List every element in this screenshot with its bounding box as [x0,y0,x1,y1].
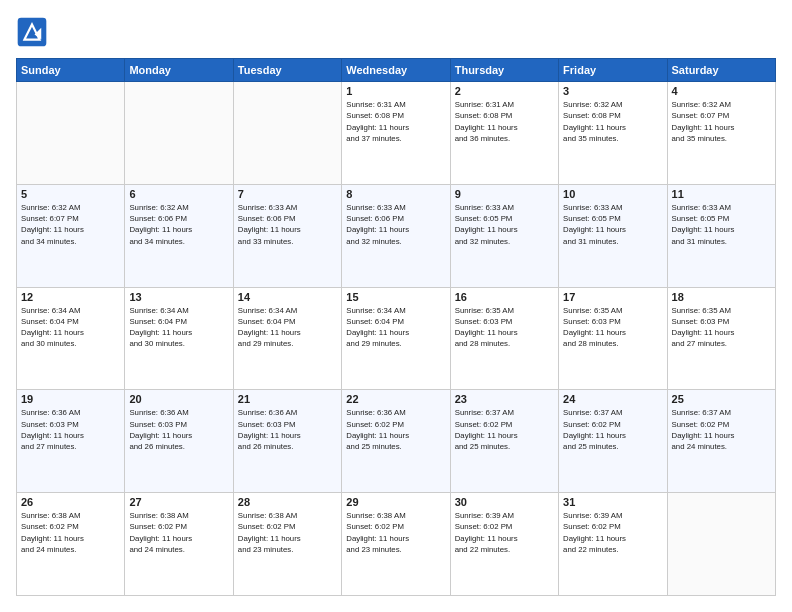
calendar-cell: 1Sunrise: 6:31 AMSunset: 6:08 PMDaylight… [342,82,450,185]
day-number: 23 [455,393,554,405]
calendar-cell: 15Sunrise: 6:34 AMSunset: 6:04 PMDayligh… [342,287,450,390]
day-number: 9 [455,188,554,200]
day-content: Sunrise: 6:32 AMSunset: 6:08 PMDaylight:… [563,99,662,144]
day-content: Sunrise: 6:32 AMSunset: 6:07 PMDaylight:… [21,202,120,247]
day-content: Sunrise: 6:38 AMSunset: 6:02 PMDaylight:… [238,510,337,555]
day-content: Sunrise: 6:37 AMSunset: 6:02 PMDaylight:… [563,407,662,452]
day-number: 16 [455,291,554,303]
day-content: Sunrise: 6:37 AMSunset: 6:02 PMDaylight:… [672,407,771,452]
day-content: Sunrise: 6:34 AMSunset: 6:04 PMDaylight:… [238,305,337,350]
day-number: 24 [563,393,662,405]
day-content: Sunrise: 6:38 AMSunset: 6:02 PMDaylight:… [21,510,120,555]
day-content: Sunrise: 6:36 AMSunset: 6:03 PMDaylight:… [129,407,228,452]
day-number: 31 [563,496,662,508]
calendar-cell: 9Sunrise: 6:33 AMSunset: 6:05 PMDaylight… [450,184,558,287]
day-content: Sunrise: 6:33 AMSunset: 6:05 PMDaylight:… [563,202,662,247]
calendar-cell: 18Sunrise: 6:35 AMSunset: 6:03 PMDayligh… [667,287,775,390]
header-cell-monday: Monday [125,59,233,82]
day-number: 13 [129,291,228,303]
day-content: Sunrise: 6:36 AMSunset: 6:02 PMDaylight:… [346,407,445,452]
calendar-cell: 21Sunrise: 6:36 AMSunset: 6:03 PMDayligh… [233,390,341,493]
calendar-header-row: SundayMondayTuesdayWednesdayThursdayFrid… [17,59,776,82]
header-cell-friday: Friday [559,59,667,82]
calendar-table: SundayMondayTuesdayWednesdayThursdayFrid… [16,58,776,596]
day-content: Sunrise: 6:34 AMSunset: 6:04 PMDaylight:… [21,305,120,350]
day-number: 21 [238,393,337,405]
day-number: 25 [672,393,771,405]
day-number: 22 [346,393,445,405]
day-number: 29 [346,496,445,508]
header-cell-saturday: Saturday [667,59,775,82]
calendar-cell: 28Sunrise: 6:38 AMSunset: 6:02 PMDayligh… [233,493,341,596]
calendar-cell [667,493,775,596]
calendar-cell: 23Sunrise: 6:37 AMSunset: 6:02 PMDayligh… [450,390,558,493]
day-number: 6 [129,188,228,200]
header-cell-tuesday: Tuesday [233,59,341,82]
calendar-cell: 20Sunrise: 6:36 AMSunset: 6:03 PMDayligh… [125,390,233,493]
calendar-cell: 7Sunrise: 6:33 AMSunset: 6:06 PMDaylight… [233,184,341,287]
day-number: 26 [21,496,120,508]
calendar-cell: 24Sunrise: 6:37 AMSunset: 6:02 PMDayligh… [559,390,667,493]
day-content: Sunrise: 6:38 AMSunset: 6:02 PMDaylight:… [129,510,228,555]
day-number: 8 [346,188,445,200]
calendar-week-3: 12Sunrise: 6:34 AMSunset: 6:04 PMDayligh… [17,287,776,390]
day-content: Sunrise: 6:32 AMSunset: 6:06 PMDaylight:… [129,202,228,247]
day-number: 28 [238,496,337,508]
calendar-cell: 2Sunrise: 6:31 AMSunset: 6:08 PMDaylight… [450,82,558,185]
calendar-cell: 29Sunrise: 6:38 AMSunset: 6:02 PMDayligh… [342,493,450,596]
svg-rect-0 [18,18,47,47]
day-content: Sunrise: 6:35 AMSunset: 6:03 PMDaylight:… [563,305,662,350]
calendar-cell: 4Sunrise: 6:32 AMSunset: 6:07 PMDaylight… [667,82,775,185]
day-content: Sunrise: 6:36 AMSunset: 6:03 PMDaylight:… [21,407,120,452]
calendar-cell: 22Sunrise: 6:36 AMSunset: 6:02 PMDayligh… [342,390,450,493]
header-cell-thursday: Thursday [450,59,558,82]
day-content: Sunrise: 6:34 AMSunset: 6:04 PMDaylight:… [346,305,445,350]
day-content: Sunrise: 6:35 AMSunset: 6:03 PMDaylight:… [672,305,771,350]
calendar-week-1: 1Sunrise: 6:31 AMSunset: 6:08 PMDaylight… [17,82,776,185]
day-number: 4 [672,85,771,97]
header [16,16,776,48]
day-number: 2 [455,85,554,97]
day-content: Sunrise: 6:31 AMSunset: 6:08 PMDaylight:… [455,99,554,144]
day-number: 17 [563,291,662,303]
page: SundayMondayTuesdayWednesdayThursdayFrid… [0,0,792,612]
calendar-cell: 3Sunrise: 6:32 AMSunset: 6:08 PMDaylight… [559,82,667,185]
day-content: Sunrise: 6:38 AMSunset: 6:02 PMDaylight:… [346,510,445,555]
day-content: Sunrise: 6:39 AMSunset: 6:02 PMDaylight:… [563,510,662,555]
calendar-cell: 16Sunrise: 6:35 AMSunset: 6:03 PMDayligh… [450,287,558,390]
day-number: 12 [21,291,120,303]
logo [16,16,50,48]
calendar-cell: 12Sunrise: 6:34 AMSunset: 6:04 PMDayligh… [17,287,125,390]
day-number: 15 [346,291,445,303]
calendar-cell: 11Sunrise: 6:33 AMSunset: 6:05 PMDayligh… [667,184,775,287]
calendar-cell: 25Sunrise: 6:37 AMSunset: 6:02 PMDayligh… [667,390,775,493]
calendar-cell: 5Sunrise: 6:32 AMSunset: 6:07 PMDaylight… [17,184,125,287]
day-number: 7 [238,188,337,200]
day-number: 18 [672,291,771,303]
day-number: 11 [672,188,771,200]
calendar-cell: 17Sunrise: 6:35 AMSunset: 6:03 PMDayligh… [559,287,667,390]
day-number: 14 [238,291,337,303]
day-content: Sunrise: 6:36 AMSunset: 6:03 PMDaylight:… [238,407,337,452]
day-number: 1 [346,85,445,97]
day-content: Sunrise: 6:32 AMSunset: 6:07 PMDaylight:… [672,99,771,144]
day-content: Sunrise: 6:35 AMSunset: 6:03 PMDaylight:… [455,305,554,350]
calendar-cell: 10Sunrise: 6:33 AMSunset: 6:05 PMDayligh… [559,184,667,287]
calendar-cell: 26Sunrise: 6:38 AMSunset: 6:02 PMDayligh… [17,493,125,596]
calendar-cell: 14Sunrise: 6:34 AMSunset: 6:04 PMDayligh… [233,287,341,390]
day-content: Sunrise: 6:39 AMSunset: 6:02 PMDaylight:… [455,510,554,555]
day-number: 19 [21,393,120,405]
calendar-cell: 8Sunrise: 6:33 AMSunset: 6:06 PMDaylight… [342,184,450,287]
day-content: Sunrise: 6:33 AMSunset: 6:05 PMDaylight:… [455,202,554,247]
calendar-cell: 6Sunrise: 6:32 AMSunset: 6:06 PMDaylight… [125,184,233,287]
day-content: Sunrise: 6:37 AMSunset: 6:02 PMDaylight:… [455,407,554,452]
calendar-cell [17,82,125,185]
day-number: 5 [21,188,120,200]
day-number: 3 [563,85,662,97]
calendar-cell [125,82,233,185]
calendar-week-5: 26Sunrise: 6:38 AMSunset: 6:02 PMDayligh… [17,493,776,596]
day-content: Sunrise: 6:33 AMSunset: 6:06 PMDaylight:… [346,202,445,247]
header-cell-wednesday: Wednesday [342,59,450,82]
calendar-cell: 19Sunrise: 6:36 AMSunset: 6:03 PMDayligh… [17,390,125,493]
calendar-cell: 30Sunrise: 6:39 AMSunset: 6:02 PMDayligh… [450,493,558,596]
